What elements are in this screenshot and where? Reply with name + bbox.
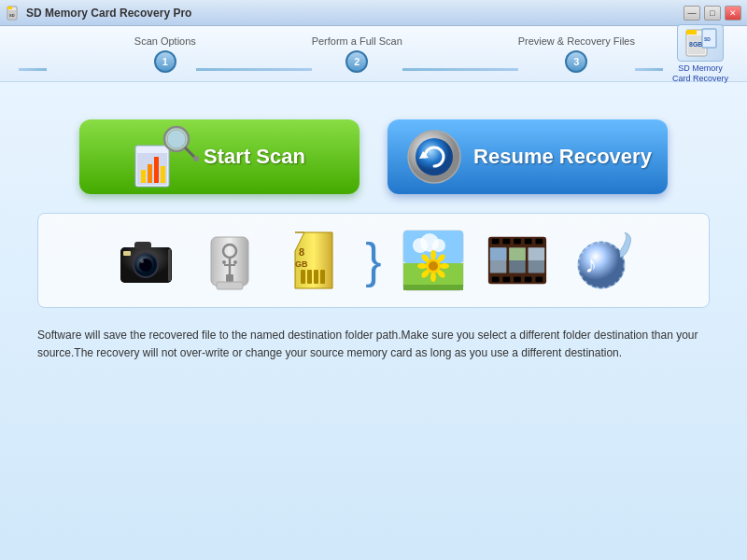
description-text: Software will save the recovered file to…: [37, 327, 710, 362]
svg-rect-72: [514, 277, 521, 283]
step-bar: Scan Options 1 Perform a Full Scan 2 Pre…: [0, 26, 747, 82]
step-2: Perform a Full Scan 2: [312, 35, 402, 73]
logo-card: 8GB SD: [677, 24, 724, 62]
svg-rect-67: [514, 239, 521, 245]
logo-label: SD Memory Card Recovery: [672, 63, 728, 84]
svg-point-55: [429, 261, 438, 271]
minimize-button[interactable]: —: [684, 6, 700, 21]
photo-icon: [401, 228, 466, 293]
svg-point-37: [233, 260, 237, 264]
svg-rect-38: [226, 274, 233, 282]
app-title: SD Memory Card Recovery Pro: [26, 7, 191, 20]
start-scan-button[interactable]: Start Scan: [79, 119, 359, 194]
svg-rect-66: [502, 239, 510, 245]
steps-container: Scan Options 1 Perform a Full Scan 2 Pre…: [19, 35, 663, 73]
svg-point-17: [167, 130, 186, 148]
svg-point-29: [140, 259, 144, 263]
svg-rect-14: [154, 157, 159, 183]
title-bar-left: SD SD Memory Card Recovery Pro: [6, 6, 191, 21]
logo-area: 8GB SD SD Memory Card Recovery: [672, 24, 728, 84]
svg-point-62: [417, 263, 427, 269]
svg-point-19: [193, 156, 199, 161]
svg-text:SD: SD: [704, 36, 711, 42]
svg-text:8: 8: [299, 246, 304, 258]
usb-drive-icon: [197, 228, 262, 293]
app-icon: SD: [6, 6, 21, 21]
arrow-separator: }: [365, 236, 381, 285]
step-2-label: Perform a Full Scan: [312, 35, 402, 47]
svg-rect-42: [307, 270, 312, 284]
step-1: Scan Options 1: [134, 35, 196, 73]
svg-text:GB: GB: [295, 259, 308, 269]
window-controls: — □ ✕: [684, 6, 741, 21]
svg-rect-41: [301, 270, 305, 284]
resume-recovery-label: Resume Recovery: [473, 145, 652, 169]
sd-card-icon: 8 GB: [281, 228, 346, 293]
svg-rect-25: [134, 242, 151, 249]
step-1-label: Scan Options: [134, 35, 196, 47]
step-3-label: Preview & Recovery Files: [518, 35, 635, 47]
svg-rect-69: [535, 239, 543, 245]
camera-svg: [116, 231, 176, 291]
film-svg: [485, 229, 550, 292]
svg-rect-13: [148, 164, 152, 183]
svg-rect-44: [320, 270, 325, 284]
magnifier-icon: [162, 124, 199, 161]
svg-rect-71: [502, 277, 510, 283]
svg-point-36: [222, 260, 226, 264]
svg-text:8GB: 8GB: [689, 41, 702, 48]
svg-rect-53: [403, 285, 463, 290]
svg-rect-43: [314, 270, 318, 284]
svg-rect-68: [524, 239, 531, 245]
svg-text:♪: ♪: [585, 250, 597, 278]
svg-point-56: [430, 250, 436, 259]
svg-rect-70: [491, 277, 499, 283]
svg-point-60: [430, 273, 436, 282]
music-svg: ♪: [569, 228, 634, 293]
photo-svg: [402, 229, 465, 292]
svg-rect-31: [168, 249, 171, 281]
title-bar: SD SD Memory Card Recovery Pro — □ ✕: [0, 0, 747, 26]
resume-recovery-button[interactable]: Resume Recovery: [388, 119, 668, 194]
music-icon: ♪: [569, 228, 634, 293]
film-strip-icon: [485, 228, 550, 293]
start-scan-label: Start Scan: [204, 145, 305, 169]
svg-point-51: [432, 239, 445, 252]
svg-rect-78: [490, 247, 507, 260]
svg-marker-2: [7, 7, 12, 9]
svg-text:SD: SD: [9, 13, 15, 18]
camera-icon: [113, 228, 178, 293]
resume-icon: [403, 127, 464, 188]
usb-svg: [202, 228, 258, 293]
svg-marker-6: [686, 30, 697, 35]
buttons-row: Start Scan: [37, 119, 710, 194]
recovery-icon-svg: [406, 129, 462, 185]
svg-rect-30: [123, 251, 131, 256]
svg-rect-79: [509, 247, 526, 260]
sd-card-svg: 8 GB: [286, 228, 342, 293]
step-3: Preview & Recovery Files 3: [518, 35, 635, 73]
svg-rect-15: [161, 166, 165, 183]
close-button[interactable]: ✕: [725, 6, 741, 21]
step-1-circle: 1: [154, 50, 176, 73]
icon-row: 8 GB }: [37, 213, 710, 308]
logo-icon: 8GB SD: [682, 28, 719, 58]
main-content: Start Scan: [0, 82, 747, 560]
svg-point-58: [440, 263, 449, 269]
step-2-circle: 2: [345, 50, 368, 73]
maximize-button[interactable]: □: [704, 6, 721, 21]
svg-rect-74: [535, 277, 543, 283]
svg-rect-80: [528, 247, 544, 260]
step-3-circle: 3: [565, 50, 587, 73]
svg-rect-12: [141, 170, 146, 183]
svg-rect-39: [217, 282, 243, 289]
svg-rect-73: [524, 277, 531, 283]
scan-icon: [134, 124, 194, 189]
svg-rect-65: [491, 239, 499, 245]
